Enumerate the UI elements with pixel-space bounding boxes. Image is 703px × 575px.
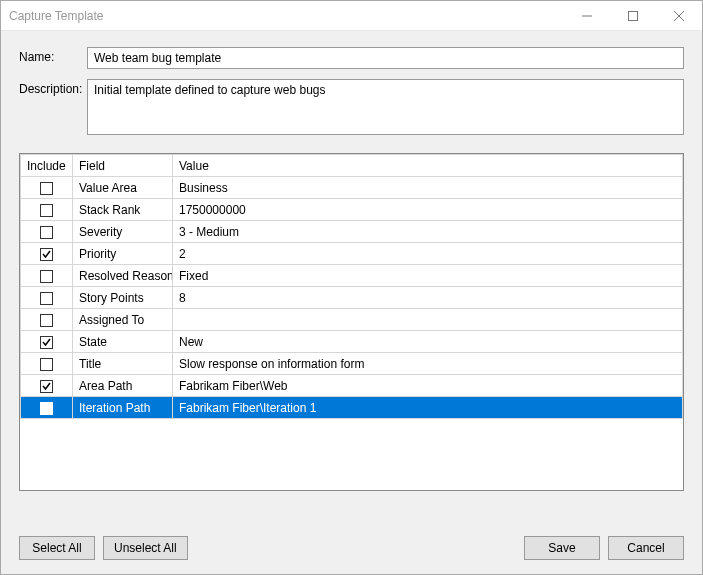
table-row[interactable]: TitleSlow response on information form (21, 353, 683, 375)
include-cell[interactable] (21, 397, 73, 419)
include-checkbox[interactable] (40, 380, 53, 393)
include-cell[interactable] (21, 309, 73, 331)
include-cell[interactable] (21, 375, 73, 397)
value-cell: 1750000000 (173, 199, 683, 221)
field-cell: Title (73, 353, 173, 375)
include-checkbox[interactable] (40, 270, 53, 283)
minimize-button[interactable] (564, 1, 610, 31)
description-label: Description: (19, 79, 87, 135)
window-title: Capture Template (9, 9, 564, 23)
field-cell: Story Points (73, 287, 173, 309)
maximize-button[interactable] (610, 1, 656, 31)
include-cell[interactable] (21, 353, 73, 375)
name-input[interactable] (87, 47, 684, 69)
field-cell: Value Area (73, 177, 173, 199)
header-value[interactable]: Value (173, 155, 683, 177)
cancel-button[interactable]: Cancel (608, 536, 684, 560)
value-cell: Slow response on information form (173, 353, 683, 375)
name-label: Name: (19, 47, 87, 69)
value-cell: Fabrikam Fiber\Iteration 1 (173, 397, 683, 419)
fields-grid: Include Field Value Value AreaBusinessSt… (19, 153, 684, 491)
include-cell[interactable] (21, 221, 73, 243)
field-cell: Resolved Reason (73, 265, 173, 287)
value-cell: 2 (173, 243, 683, 265)
unselect-all-button[interactable]: Unselect All (103, 536, 188, 560)
value-cell: Fabrikam Fiber\Web (173, 375, 683, 397)
value-cell: Fixed (173, 265, 683, 287)
capture-template-dialog: Capture Template Name: Description: Init… (0, 0, 703, 575)
include-checkbox[interactable] (40, 204, 53, 217)
svg-rect-1 (629, 11, 638, 20)
include-checkbox[interactable] (40, 336, 53, 349)
close-button[interactable] (656, 1, 702, 31)
titlebar: Capture Template (1, 1, 702, 31)
value-cell: New (173, 331, 683, 353)
include-checkbox[interactable] (40, 182, 53, 195)
table-row[interactable]: Iteration PathFabrikam Fiber\Iteration 1 (21, 397, 683, 419)
field-cell: Priority (73, 243, 173, 265)
include-cell[interactable] (21, 287, 73, 309)
value-cell (173, 309, 683, 331)
header-field[interactable]: Field (73, 155, 173, 177)
include-cell[interactable] (21, 265, 73, 287)
include-cell[interactable] (21, 243, 73, 265)
table-row[interactable]: StateNew (21, 331, 683, 353)
table-row[interactable]: Resolved ReasonFixed (21, 265, 683, 287)
close-icon (674, 11, 684, 21)
value-cell: 8 (173, 287, 683, 309)
table-row[interactable]: Value AreaBusiness (21, 177, 683, 199)
include-checkbox[interactable] (40, 314, 53, 327)
table-row[interactable]: Area PathFabrikam Fiber\Web (21, 375, 683, 397)
include-checkbox[interactable] (40, 292, 53, 305)
field-cell: Iteration Path (73, 397, 173, 419)
table-row[interactable]: Assigned To (21, 309, 683, 331)
minimize-icon (582, 11, 592, 21)
include-checkbox[interactable] (40, 358, 53, 371)
button-bar: Select All Unselect All Save Cancel (1, 522, 702, 574)
table-row[interactable]: Severity3 - Medium (21, 221, 683, 243)
field-cell: State (73, 331, 173, 353)
include-checkbox[interactable] (40, 226, 53, 239)
form-area: Name: Description: Initial template defi… (1, 31, 702, 153)
field-cell: Area Path (73, 375, 173, 397)
description-input[interactable]: Initial template defined to capture web … (87, 79, 684, 135)
field-cell: Severity (73, 221, 173, 243)
value-cell: 3 - Medium (173, 221, 683, 243)
select-all-button[interactable]: Select All (19, 536, 95, 560)
save-button[interactable]: Save (524, 536, 600, 560)
table-row[interactable]: Stack Rank1750000000 (21, 199, 683, 221)
include-checkbox[interactable] (40, 402, 53, 415)
include-cell[interactable] (21, 177, 73, 199)
field-cell: Stack Rank (73, 199, 173, 221)
include-checkbox[interactable] (40, 248, 53, 261)
include-cell[interactable] (21, 199, 73, 221)
include-cell[interactable] (21, 331, 73, 353)
maximize-icon (628, 11, 638, 21)
field-cell: Assigned To (73, 309, 173, 331)
header-include[interactable]: Include (21, 155, 73, 177)
table-row[interactable]: Story Points8 (21, 287, 683, 309)
header-row: Include Field Value (21, 155, 683, 177)
value-cell: Business (173, 177, 683, 199)
table-row[interactable]: Priority2 (21, 243, 683, 265)
